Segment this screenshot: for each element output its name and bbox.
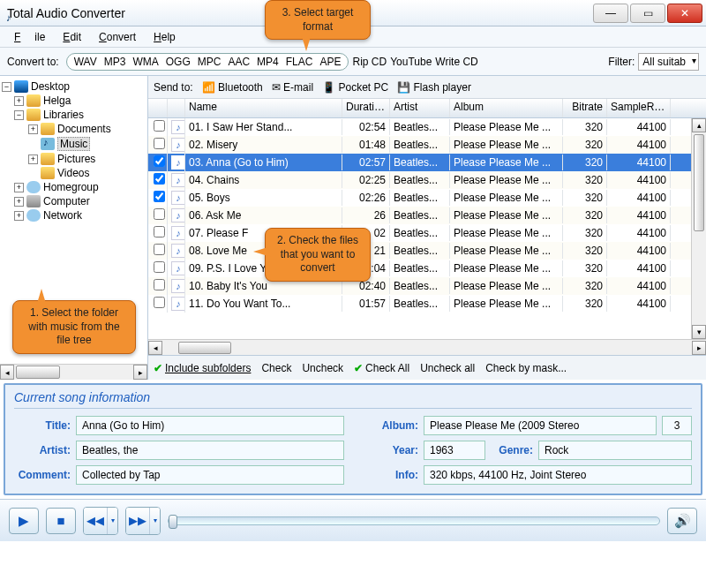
menu-file[interactable]: File [7,29,52,45]
row-checkbox[interactable] [154,191,165,202]
window-title: Total Audio Converter [4,6,125,20]
fmt-wma[interactable]: WMA [132,56,158,68]
table-row[interactable]: ♪04. Chains02:25Beatles...Please Please … [148,171,706,189]
menu-convert[interactable]: Convert [92,29,143,45]
row-checkbox[interactable] [154,173,165,185]
col-samplerate: SampleRate [607,99,671,117]
tree-videos[interactable]: Videos [57,167,89,179]
check-by-mask-button[interactable]: Check by mask... [485,362,567,374]
sendto-pocketpc[interactable]: 📱 Pocket PC [322,81,388,94]
cell-bitrate: 320 [563,190,607,206]
comment-field[interactable]: Collected by Tap [76,465,344,485]
forward-button[interactable]: ▶▶▾ [125,507,161,535]
row-checkbox[interactable] [154,226,165,237]
row-checkbox[interactable] [154,297,165,308]
tree-network[interactable]: Network [43,209,82,222]
cell-name: 05. Boys [185,190,342,206]
fmt-aac[interactable]: AAC [228,56,250,68]
sendto-email[interactable]: ✉ E-mail [272,81,313,94]
row-checkbox[interactable] [154,261,165,273]
audio-file-icon: ♪ [171,226,185,240]
year-field[interactable]: 1963 [424,441,485,460]
cell-duration: 02:25 [342,172,390,188]
list-header[interactable]: Name Duration Artist Album Bitrate Sampl… [148,99,706,118]
menu-help[interactable]: Help [146,29,183,45]
table-row[interactable]: ♪03. Anna (Go to Him)02:57Beatles...Plea… [148,154,706,171]
tree-helga[interactable]: Helga [43,94,71,107]
seek-slider[interactable] [168,516,660,525]
table-row[interactable]: ♪02. Misery01:48Beatles...Please Please … [148,136,706,154]
tree-documents[interactable]: Documents [57,123,111,135]
track-field[interactable]: 3 [662,416,692,435]
cell-bitrate: 320 [563,155,607,170]
row-checkbox[interactable] [154,244,165,255]
table-row[interactable]: ♪10. Baby It's You02:40Beatles...Please … [148,277,706,295]
list-vscroll[interactable]: ▴ ▾ [691,118,706,339]
row-checkbox[interactable] [154,155,165,167]
table-row[interactable]: ♪09. P.S. I Love You02:04Beatles...Pleas… [148,260,706,277]
cell-samplerate: 44100 [607,260,671,276]
audio-file-icon: ♪ [171,208,185,222]
cell-name: 11. Do You Want To... [185,296,342,312]
fmt-flac[interactable]: FLAC [286,56,313,68]
menu-edit[interactable]: Edit [56,29,88,45]
fmt-mp3[interactable]: MP3 [104,56,126,68]
sendto-flash[interactable]: 💾 Flash player [397,81,471,94]
cell-samplerate: 44100 [607,172,671,188]
toolbar: Convert to: WAV MP3 WMA OGG MPC AAC MP4 … [0,48,706,76]
uncheck-all-button[interactable]: Uncheck all [420,362,475,374]
write-cd-button[interactable]: Write CD [435,56,477,68]
tree-homegroup[interactable]: Homegroup [43,181,99,193]
title-field[interactable]: Anna (Go to Him) [76,416,344,435]
fmt-ape[interactable]: APE [319,56,341,68]
file-list[interactable]: ♪01. I Saw Her Stand...02:54Beatles...Pl… [148,118,706,339]
uncheck-button[interactable]: Uncheck [302,362,343,374]
rewind-button[interactable]: ◀◀▾ [83,507,118,535]
check-button[interactable]: Check [261,362,291,374]
list-hscroll[interactable]: ◂▸ [148,339,706,355]
genre-field[interactable]: Rock [538,441,692,460]
list-tools: ✔Include subfolders Check Uncheck ✔Check… [148,355,706,380]
tree-hscroll[interactable]: ◂▸ [0,364,147,380]
row-checkbox[interactable] [154,208,165,220]
filter-label: Filter: [608,56,635,68]
table-row[interactable]: ♪05. Boys02:26Beatles...Please Please Me… [148,189,706,207]
artist-field[interactable]: Beatles, the [76,441,344,460]
row-checkbox[interactable] [154,120,165,132]
maximize-button[interactable]: ▭ [630,4,665,23]
col-name: Name [185,99,342,117]
cell-artist: Beatles... [390,172,450,188]
minimize-button[interactable]: — [593,4,628,23]
fmt-mpc[interactable]: MPC [198,56,222,68]
tree-pictures[interactable]: Pictures [57,153,95,165]
tree-computer[interactable]: Computer [43,195,90,207]
album-field[interactable]: Please Please Me (2009 Stereo [424,416,657,435]
row-checkbox[interactable] [154,279,165,290]
table-row[interactable]: ♪07. Please F02Beatles...Please Please M… [148,224,706,242]
rip-cd-button[interactable]: Rip CD [352,56,387,68]
tree-desktop[interactable]: Desktop [31,80,70,93]
table-row[interactable]: ♪06. Ask Me26Beatles...Please Please Me … [148,207,706,224]
volume-button[interactable]: 🔊 [667,508,697,534]
table-row[interactable]: ♪01. I Saw Her Stand...02:54Beatles...Pl… [148,118,706,136]
tree-music[interactable]: Music [57,137,90,151]
filter-dropdown[interactable]: All suitab [638,53,699,71]
cell-album: Please Please Me ... [450,260,563,276]
genre-label: Genre: [491,444,533,456]
table-row[interactable]: ♪08. Love Me21Beatles...Please Please Me… [148,242,706,260]
table-row[interactable]: ♪11. Do You Want To...01:57Beatles...Ple… [148,295,706,313]
cell-samplerate: 44100 [607,137,671,153]
play-button[interactable]: ▶ [9,508,39,534]
check-all-button[interactable]: ✔Check All [354,362,409,374]
fmt-ogg[interactable]: OGG [166,56,191,68]
youtube-button[interactable]: YouTube [390,56,432,68]
sendto-bluetooth[interactable]: 📶 Bluetooth [202,81,263,94]
cell-samplerate: 44100 [607,155,671,170]
fmt-mp4[interactable]: MP4 [257,56,279,68]
tree-libraries[interactable]: Libraries [43,109,84,121]
close-button[interactable]: ✕ [667,4,702,23]
include-subfolders[interactable]: ✔Include subfolders [154,362,251,374]
row-checkbox[interactable] [154,138,165,149]
fmt-wav[interactable]: WAV [74,56,97,68]
stop-button[interactable]: ■ [46,508,76,534]
